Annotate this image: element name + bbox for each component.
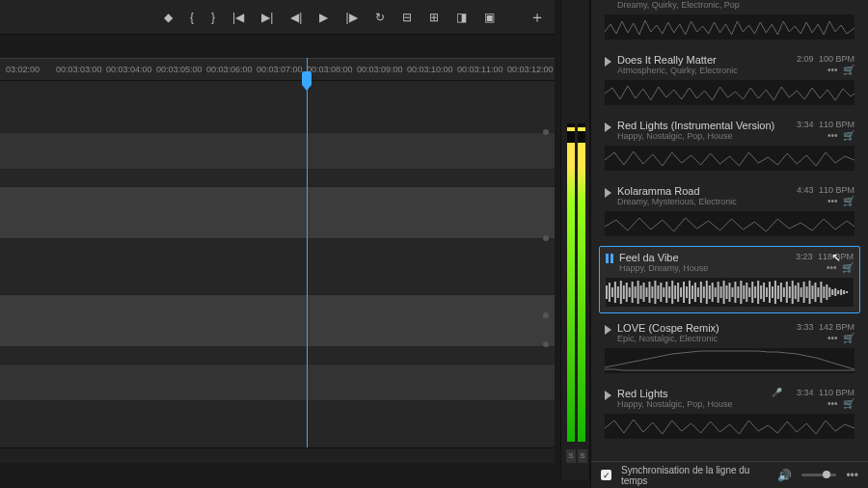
svg-rect-80 — [831, 289, 833, 295]
pause-icon[interactable] — [606, 254, 613, 263]
ruler-mark: 00:03:06:00 — [206, 65, 257, 74]
cart-icon[interactable]: 🛒 — [843, 333, 854, 343]
play-icon[interactable] — [605, 391, 611, 400]
track-duration: 3:33 — [784, 322, 813, 332]
cart-icon[interactable]: 🛒 — [843, 65, 854, 75]
mark-out-icon[interactable]: ▶| — [261, 11, 273, 24]
svg-rect-17 — [651, 286, 653, 298]
play-icon[interactable] — [605, 122, 611, 132]
more-icon[interactable]: ••• — [827, 262, 837, 273]
waveform[interactable] — [605, 414, 854, 439]
track-title: LOVE (Cospe Remix) — [617, 322, 778, 334]
playhead-line — [307, 58, 308, 447]
play-icon[interactable] — [605, 57, 611, 67]
play-icon[interactable] — [605, 325, 611, 335]
waveform[interactable] — [605, 211, 854, 236]
svg-rect-7 — [623, 285, 625, 299]
cart-icon[interactable]: 🛒 — [843, 130, 854, 141]
solo-left[interactable]: S — [566, 449, 576, 463]
track-duration: 4:43 — [784, 185, 813, 195]
svg-rect-47 — [737, 286, 739, 298]
svg-rect-25 — [674, 285, 676, 299]
toggle-dot[interactable] — [543, 341, 549, 347]
track-item[interactable]: LOVE (Cospe Remix) Epic, Nostalgic, Elec… — [599, 317, 860, 379]
svg-rect-59 — [772, 286, 773, 298]
track-tags: Happy, Nostalgic, Pop, House — [617, 131, 778, 141]
svg-rect-26 — [677, 283, 679, 302]
track-bpm: 110 BPM — [816, 388, 854, 397]
bracket-right-icon[interactable]: } — [211, 11, 215, 24]
audio-meter: S S — [560, 0, 590, 480]
cart-icon[interactable]: 🛒 — [843, 196, 854, 206]
track-item[interactable]: Does It Really Matter Atmospheric, Quirk… — [599, 49, 860, 111]
track-bpm: 110 BPM — [816, 185, 854, 195]
waveform[interactable] — [605, 14, 854, 40]
camera-icon[interactable]: ◨ — [456, 11, 467, 24]
svg-rect-31 — [692, 285, 693, 299]
more-icon[interactable]: ••• — [827, 130, 838, 141]
svg-rect-36 — [706, 281, 708, 304]
cart-icon[interactable]: 🛒 — [843, 398, 854, 409]
loop-icon[interactable]: ↻ — [375, 11, 385, 24]
waveform[interactable] — [606, 278, 854, 307]
cart-icon[interactable]: 🛒 — [842, 262, 854, 273]
track-item[interactable]: Red Lights Happy, Nostalgic, Pop, House … — [599, 383, 860, 445]
volume-slider[interactable] — [801, 474, 836, 476]
track-item[interactable]: Red Lights (Instrumental Version) Happy,… — [599, 115, 860, 176]
svg-rect-37 — [709, 285, 711, 299]
time-ruler[interactable]: 03:02:00 00:03:03:00 00:03:04:00 00:03:0… — [0, 58, 555, 81]
link-b-icon[interactable]: ⊞ — [429, 11, 439, 24]
svg-rect-60 — [774, 281, 776, 304]
svg-rect-74 — [814, 283, 816, 302]
link-a-icon[interactable]: ⊟ — [402, 11, 412, 24]
more-icon[interactable]: ••• — [827, 398, 838, 409]
timeline[interactable] — [0, 81, 555, 447]
solo-right[interactable]: S — [578, 449, 587, 463]
svg-rect-79 — [828, 287, 830, 297]
more-icon[interactable]: ••• — [827, 196, 838, 206]
step-forward-icon[interactable]: |▶ — [345, 11, 357, 24]
toggle-dot[interactable] — [543, 312, 549, 318]
svg-rect-84 — [843, 290, 845, 294]
svg-rect-67 — [795, 285, 797, 299]
mark-in-icon[interactable]: |◀ — [232, 11, 244, 24]
track-duration: 2:09 — [784, 54, 813, 64]
svg-rect-81 — [834, 288, 836, 296]
more-icon[interactable]: ••• — [827, 65, 838, 75]
toggle-dot[interactable] — [543, 129, 549, 135]
ruler-mark: 00:03:05:00 — [156, 65, 206, 74]
more-icon[interactable]: ••• — [827, 333, 838, 343]
svg-rect-34 — [700, 282, 702, 303]
track-title: Red Lights — [617, 388, 766, 399]
svg-rect-69 — [800, 287, 802, 297]
step-back-icon[interactable]: ◀| — [290, 11, 302, 24]
svg-rect-35 — [703, 286, 705, 298]
playhead-handle[interactable] — [302, 71, 312, 85]
ruler-mark: 00:03:04:00 — [106, 65, 156, 74]
footer-more-icon[interactable]: ••• — [846, 469, 858, 482]
track-bpm: 110 BPM — [816, 120, 854, 129]
timeline-scrollbar[interactable] — [0, 447, 555, 463]
play-icon[interactable] — [605, 188, 611, 198]
svg-rect-83 — [840, 289, 842, 295]
volume-icon[interactable]: 🔊 — [777, 469, 792, 482]
play-icon[interactable]: ▶ — [319, 11, 328, 24]
waveform[interactable] — [605, 80, 854, 105]
svg-rect-76 — [820, 282, 822, 303]
toggle-dot[interactable] — [543, 235, 549, 241]
track-item-selected[interactable]: Feel da Vibe Happy, Dreamy, House 3:23 1… — [599, 246, 860, 313]
track-item[interactable]: Dreamy, Quirky, Electronic, Pop — [599, 0, 860, 45]
svg-rect-49 — [743, 285, 745, 299]
svg-rect-48 — [740, 281, 742, 304]
waveform[interactable] — [605, 348, 854, 373]
sync-checkbox[interactable] — [601, 470, 611, 480]
track-item[interactable]: Kolaramma Road Dreamy, Mysterious, Elect… — [599, 180, 860, 242]
svg-rect-51 — [748, 287, 750, 297]
svg-rect-75 — [817, 287, 819, 297]
tag-icon[interactable]: ◆ — [164, 11, 173, 24]
waveform[interactable] — [605, 146, 854, 171]
add-icon[interactable]: ＋ — [529, 8, 545, 28]
clips-icon[interactable]: ▣ — [484, 11, 495, 24]
ruler-mark: 00:03:11:00 — [457, 65, 507, 74]
bracket-left-icon[interactable]: { — [190, 11, 194, 24]
